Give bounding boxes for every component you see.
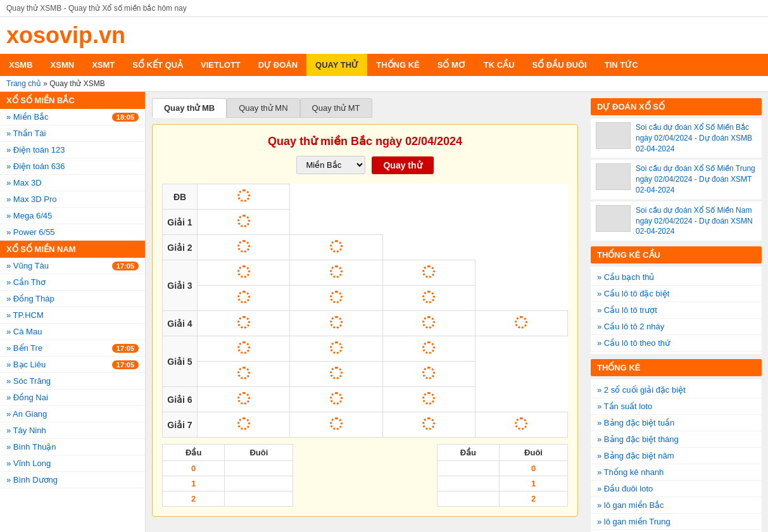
left-sidebar: XỔ SỐ MIỀN BẮC» Miền Bắc18:05» Thần Tài»…: [0, 92, 146, 532]
row-label: ĐB: [163, 184, 198, 210]
thong-ke-item[interactable]: » lô gan miền Bắc: [591, 497, 762, 514]
loading-spinner: [237, 316, 250, 329]
quay-thu-button[interactable]: Quay thử: [372, 156, 433, 174]
nav-item-tin-tức[interactable]: TIN TỨC: [596, 54, 647, 76]
thong-ke-cau-item[interactable]: » Cầu lô tô theo thứ: [591, 335, 762, 352]
thong-ke-item[interactable]: » Bảng đặc biệt năm: [591, 448, 762, 464]
tab-quay-thử-mt[interactable]: Quay thử MT: [300, 98, 372, 118]
du-doan-link[interactable]: Soi cầu dự đoán Xổ Số Miền Trung ngày 02…: [636, 164, 755, 194]
nav-item-quay-thử[interactable]: QUAY THỬ: [306, 54, 367, 76]
thong-ke-link[interactable]: » Bảng đặc biệt năm: [597, 451, 674, 460]
sidebar-item-đồng-tháp[interactable]: » Đồng Tháp: [0, 291, 145, 307]
tab-quay-thử-mn[interactable]: Quay thử MN: [227, 98, 299, 118]
nav-item-xsmb[interactable]: XSMB: [0, 54, 42, 76]
nav-item-tk-cầu[interactable]: TK CẦU: [475, 54, 524, 76]
thong-ke-link[interactable]: » Bảng đặc biệt tuần: [597, 418, 674, 428]
sidebar-item-bến-tre[interactable]: » Bến Tre17:05: [0, 340, 145, 357]
sidebar-item-label: » Tây Ninh: [6, 426, 46, 435]
sidebar-item-cần-thơ[interactable]: » Cần Thơ: [0, 274, 145, 291]
sidebar-item-bình-thuận[interactable]: » Bình Thuận: [0, 439, 145, 455]
nav-item-dự-đoán[interactable]: DỰ ĐOÁN: [249, 54, 306, 76]
breadcrumb-home[interactable]: Trang chủ: [6, 79, 41, 88]
sidebar-item-miền-bắc[interactable]: » Miền Bắc18:05: [0, 109, 145, 125]
sidebar-item-cà-mau[interactable]: » Cà Mau: [0, 324, 145, 340]
thong-ke-item[interactable]: » Đầu đuôi loto: [591, 481, 762, 497]
loading-spinner: [330, 316, 343, 329]
thong-ke-link[interactable]: » Bảng đặc biệt tháng: [597, 434, 679, 444]
nav-item-sổ-kết-quả[interactable]: SỔ KẾT QUẢ: [123, 54, 192, 76]
thong-ke-item[interactable]: » lô gan miền Trung: [591, 514, 762, 530]
thong-ke-cau-item[interactable]: » Cầu lô tô đặc biệt: [591, 286, 762, 302]
du-doan-link[interactable]: Soi cầu dự đoán Xổ Số Miền Bắc ngày 02/0…: [636, 123, 752, 153]
thong-ke-item[interactable]: » Thống kê nhanh: [591, 464, 762, 481]
sidebar-item-max-3d[interactable]: » Max 3D: [0, 175, 145, 191]
du-doan-item[interactable]: Soi cầu dự đoán Xổ Số Miền Trung ngày 02…: [591, 160, 762, 200]
loto-dau: [437, 461, 499, 476]
loto-duoi: 1: [500, 476, 568, 491]
spinner-cell: [290, 412, 382, 438]
thong-ke-link[interactable]: » Tần suất loto: [597, 402, 652, 411]
du-doan-link[interactable]: Soi cầu dự đoán Xổ Số Miền Nam ngày 02/0…: [636, 206, 753, 236]
sidebar-item-bình-dương[interactable]: » Bình Dương: [0, 472, 145, 488]
loto-dau: 0: [163, 461, 225, 476]
thong-ke-item[interactable]: » Bảng đặc biệt tháng: [591, 431, 762, 448]
thong-ke-title: THỐNG KÊ: [591, 359, 762, 376]
loading-spinner: [515, 417, 527, 430]
nav-item-xsmn[interactable]: XSMN: [42, 54, 84, 76]
sidebar-item-tp.hcm[interactable]: » TP.HCM: [0, 307, 145, 324]
nav-item-xsmt[interactable]: XSMT: [83, 54, 123, 76]
sidebar-item-bạc-liêu[interactable]: » Bạc Liêu17:05: [0, 357, 145, 373]
sidebar-item-thần-tài[interactable]: » Thần Tài: [0, 125, 145, 142]
sidebar-item-điện-toán-123[interactable]: » Điện toán 123: [0, 142, 145, 158]
row-label: Giải 4: [163, 311, 198, 336]
thong-ke-cau-link[interactable]: » Cầu lô tô đặc biệt: [597, 289, 669, 298]
du-doan-thumbnail: [596, 163, 631, 190]
spinner-cell: [198, 412, 290, 438]
thong-ke-item[interactable]: » 2 số cuối giải đặc biệt: [591, 382, 762, 398]
thong-ke-cau-link[interactable]: » Cầu lô tô trượt: [597, 305, 657, 315]
nav-item-vietlott[interactable]: VIETLOTT: [192, 54, 249, 76]
thong-ke-link[interactable]: » lô gan miền Bắc: [597, 500, 664, 510]
thong-ke-cau-item[interactable]: » Cầu bạch thủ: [591, 269, 762, 286]
loading-spinner: [330, 341, 343, 354]
thong-ke-link[interactable]: » Thống kê nhanh: [597, 467, 664, 477]
loto-duoi: 2: [500, 491, 568, 507]
nav-item-số-mơ[interactable]: SỐ MƠ: [429, 54, 475, 76]
thong-ke-link[interactable]: » lô gan miền Trung: [597, 517, 670, 526]
du-doan-item-text: Soi cầu dự đoán Xổ Số Miền Nam ngày 02/0…: [636, 205, 757, 237]
loading-spinner: [237, 392, 250, 405]
sidebar-item-max-3d-pro[interactable]: » Max 3D Pro: [0, 191, 145, 208]
thong-ke-cau-link[interactable]: » Cầu lô tô theo thứ: [597, 338, 670, 348]
loto-duoi: 0: [500, 461, 568, 476]
du-doan-item[interactable]: Soi cầu dự đoán Xổ Số Miền Bắc ngày 02/0…: [591, 118, 762, 158]
loto-duoi: [225, 476, 293, 491]
sidebar-item-mega-6/45[interactable]: » Mega 6/45: [0, 208, 145, 224]
sidebar-item-sóc-trăng[interactable]: » Sóc Trăng: [0, 373, 145, 390]
nav-item-thống-kê[interactable]: THỐNG KÊ: [367, 54, 429, 76]
thong-ke-cau-link[interactable]: » Cầu bạch thủ: [597, 272, 655, 282]
tab-quay-thử-mb[interactable]: Quay thử MB: [152, 98, 227, 118]
thong-ke-cau-item[interactable]: » Cầu lô tô trượt: [591, 302, 762, 319]
sidebar-item-label: » Vĩnh Long: [6, 459, 51, 468]
sidebar-item-an-giang[interactable]: » An Giang: [0, 406, 145, 422]
thong-ke-cau-item[interactable]: » Cầu lô tô 2 nháy: [591, 319, 762, 335]
loading-spinner: [237, 189, 250, 202]
sidebar-item-label: » Bến Tre: [6, 343, 42, 353]
sidebar-item-điện-toán-636[interactable]: » Điện toán 636: [0, 158, 145, 175]
thong-ke-cau-link[interactable]: » Cầu lô tô 2 nháy: [597, 322, 664, 331]
thong-ke-link[interactable]: » Đầu đuôi loto: [597, 484, 653, 493]
nav-item-sổ-đầu-đuôi[interactable]: SỔ ĐẦU ĐUÔI: [524, 54, 596, 76]
sidebar-item-vĩnh-long[interactable]: » Vĩnh Long: [0, 455, 145, 472]
sidebar-item-tây-ninh[interactable]: » Tây Ninh: [0, 422, 145, 439]
thong-ke-link[interactable]: » 2 số cuối giải đặc biệt: [597, 385, 686, 395]
du-doan-item[interactable]: Soi cầu dự đoán Xổ Số Miền Nam ngày 02/0…: [591, 201, 762, 241]
loading-spinner: [422, 291, 435, 303]
thong-ke-item[interactable]: » Tần suất loto: [591, 398, 762, 415]
region-select[interactable]: Miền BắcMiền NamMiền Trung: [296, 156, 365, 174]
thong-ke-item[interactable]: » Bảng đặc biệt tuần: [591, 415, 762, 431]
sidebar-item-vũng-tàu[interactable]: » Vũng Tàu17:05: [0, 258, 145, 274]
spinner-cell: [198, 387, 290, 412]
sidebar-item-đồng-nai[interactable]: » Đồng Nai: [0, 390, 145, 406]
sidebar-item-power-6/55[interactable]: » Power 6/55: [0, 224, 145, 241]
result-table: ĐBGiải 1Giải 2Giải 3Giải 4Giải 5Giải 6Gi…: [162, 184, 568, 438]
